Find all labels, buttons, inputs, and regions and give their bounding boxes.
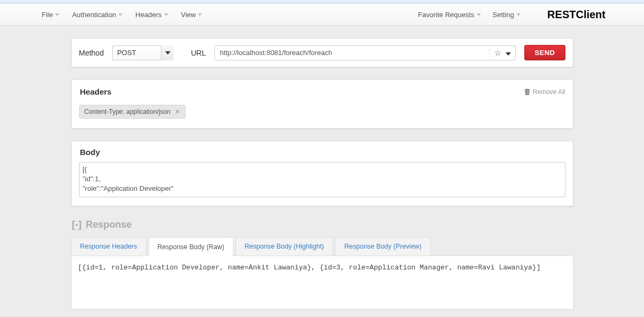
- history-dropdown-icon[interactable]: [506, 48, 511, 58]
- menu-view-label: View: [181, 11, 196, 19]
- remove-all-headers[interactable]: Remove All: [524, 88, 565, 96]
- chevron-down-icon: [164, 13, 168, 16]
- star-icon[interactable]: ☆: [494, 49, 501, 57]
- menu-view[interactable]: View: [181, 11, 203, 19]
- tab-response-body-preview[interactable]: Response Body (Preview): [335, 237, 431, 256]
- tab-response-body-raw[interactable]: Response Body (Raw): [149, 237, 234, 256]
- chevron-down-icon: [477, 13, 481, 16]
- url-input[interactable]: [215, 46, 490, 60]
- chevron-down-icon: [55, 13, 59, 16]
- url-actions: ☆: [490, 46, 515, 60]
- url-label: URL: [191, 49, 206, 57]
- method-label: Method: [79, 49, 104, 57]
- menu-headers-label: Headers: [135, 11, 161, 19]
- chevron-down-icon: [516, 13, 521, 16]
- response-title: Response: [86, 219, 131, 230]
- menu-file[interactable]: File: [42, 11, 59, 19]
- page-body: Method URL ☆ SEND Headers: [0, 26, 644, 317]
- menu-authentication[interactable]: Authentication: [72, 11, 122, 19]
- url-group: ☆: [214, 45, 516, 60]
- header-chip[interactable]: Content-Type: application/json ✕: [79, 105, 185, 119]
- body-title: Body: [80, 148, 565, 157]
- response-section-header: [-] Response: [72, 219, 573, 230]
- response-raw-text: [{id=1, role=Application Developer, name…: [78, 264, 567, 272]
- menu-file-label: File: [42, 11, 53, 19]
- body-textarea[interactable]: [79, 162, 565, 197]
- header-chip-text: Content-Type: application/json: [84, 108, 170, 115]
- chevron-down-icon: [118, 13, 122, 16]
- method-select-wrap: [112, 45, 174, 60]
- tab-response-body-highlight[interactable]: Response Body (Highlight): [236, 237, 333, 256]
- chevron-down-icon: [198, 13, 202, 16]
- menu-left-group: File Authentication Headers View: [42, 11, 202, 19]
- request-panel: Method URL ☆ SEND: [71, 38, 573, 67]
- tab-response-headers[interactable]: Response Headers: [71, 237, 146, 256]
- headers-title: Headers: [80, 87, 112, 96]
- response-body-box: [{id=1, role=Application Developer, name…: [71, 256, 573, 310]
- chevron-down-icon: [165, 51, 170, 55]
- method-dropdown-button[interactable]: [161, 45, 174, 60]
- trash-icon: [524, 88, 530, 95]
- app-brand: RESTClient: [547, 9, 606, 21]
- body-panel: Body: [71, 141, 573, 206]
- menu-right-group: Favorite Requests Setting RESTClient: [418, 9, 606, 21]
- menu-favorite-requests[interactable]: Favorite Requests: [418, 11, 481, 19]
- headers-panel: Headers Remove All Content-Type: applica…: [71, 79, 573, 129]
- menu-setting-label: Setting: [493, 11, 514, 19]
- menu-auth-label: Authentication: [72, 11, 116, 19]
- response-tabs: Response Headers Response Body (Raw) Res…: [71, 237, 573, 256]
- close-icon[interactable]: ✕: [175, 108, 180, 115]
- menu-fav-label: Favorite Requests: [418, 11, 475, 19]
- remove-all-label: Remove All: [533, 88, 565, 96]
- menu-bar: File Authentication Headers View Favorit…: [0, 4, 644, 26]
- header-chips: Content-Type: application/json ✕: [79, 105, 565, 119]
- window-top-strip: [0, 0, 644, 4]
- menu-setting[interactable]: Setting: [493, 11, 521, 19]
- response-collapse-toggle[interactable]: [-]: [72, 219, 82, 230]
- send-button[interactable]: SEND: [524, 45, 565, 60]
- menu-headers[interactable]: Headers: [135, 11, 168, 19]
